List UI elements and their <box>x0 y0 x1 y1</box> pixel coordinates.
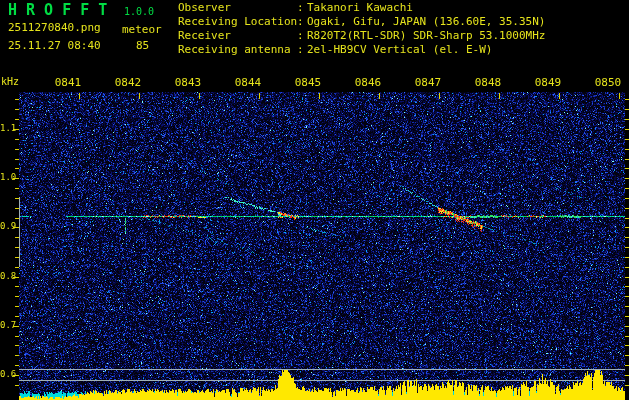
freq-tick-label: 0.8 <box>0 272 14 282</box>
file-name: 2511270840.png <box>8 22 101 34</box>
info-row-value: Takanori Kawachi <box>307 1 413 14</box>
info-row: Receiving antenna:2el-HB9CV Vertical (el… <box>178 43 545 57</box>
info-row-label: Observer <box>178 1 297 14</box>
info-row-colon: : <box>297 43 307 56</box>
info-row-label: Receiving antenna <box>178 43 297 56</box>
freq-axis-unit: kHz <box>1 76 19 87</box>
meteor-count: 85 <box>136 40 149 52</box>
info-row-colon: : <box>297 15 307 28</box>
info-row-colon: : <box>297 29 307 42</box>
freq-tick-label: 1.1 <box>0 124 14 134</box>
time-tick-label: 0845 <box>293 77 323 89</box>
mode-label: meteor <box>122 24 162 36</box>
app-title: H R O F F T <box>8 2 107 19</box>
hrofft-screen: H R O F F T 1.0.0 2511270840.png meteor … <box>0 0 629 400</box>
freq-tick-label: 0.7 <box>0 321 14 331</box>
datetime-label: 25.11.27 08:40 <box>8 40 101 52</box>
time-tick-label: 0847 <box>413 77 443 89</box>
info-row-value: Ogaki, Gifu, JAPAN (136.60E, 35.35N) <box>307 15 545 28</box>
observer-info: Observer:Takanori KawachiReceiving Locat… <box>178 1 545 57</box>
freq-tick-label: 0.9 <box>0 222 14 232</box>
spectrogram-canvas <box>0 0 629 400</box>
time-tick-label: 0844 <box>233 77 263 89</box>
info-row-colon: : <box>297 1 307 14</box>
time-tick-label: 0843 <box>173 77 203 89</box>
info-row-label: Receiving Location <box>178 15 297 28</box>
freq-tick-label: 0.6 <box>0 370 14 380</box>
time-tick-label: 0848 <box>473 77 503 89</box>
time-tick-label: 0850 <box>593 77 623 89</box>
info-row: Receiving Location:Ogaki, Gifu, JAPAN (1… <box>178 15 545 29</box>
info-row: Observer:Takanori Kawachi <box>178 1 545 15</box>
time-tick-label: 0842 <box>113 77 143 89</box>
info-row-label: Receiver <box>178 29 297 42</box>
info-row-value: 2el-HB9CV Vertical (el. E-W) <box>307 43 492 56</box>
info-row: Receiver:R820T2(RTL-SDR) SDR-Sharp 53.10… <box>178 29 545 43</box>
freq-tick-label: 1.0 <box>0 173 14 183</box>
info-row-value: R820T2(RTL-SDR) SDR-Sharp 53.1000MHz <box>307 29 545 42</box>
app-version: 1.0.0 <box>124 6 154 17</box>
time-tick-label: 0846 <box>353 77 383 89</box>
time-tick-label: 0841 <box>53 77 83 89</box>
time-tick-label: 0849 <box>533 77 563 89</box>
